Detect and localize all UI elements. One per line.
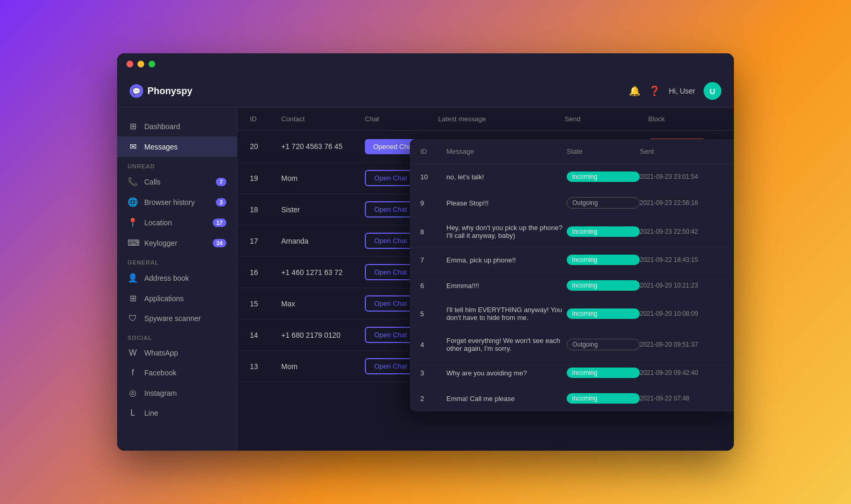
location-badge: 17 xyxy=(213,219,226,227)
open-chat-button[interactable]: Open Chat xyxy=(365,264,417,280)
header: 💬 Phonyspy 🔔 ❓ Hi, User U xyxy=(117,75,734,108)
chat-message-row: 7 Emma, pick up phone!! Incoming 2021-09… xyxy=(410,247,734,273)
table-header: ID Contact Chat Latest message Send Bloc… xyxy=(237,108,734,131)
sidebar-item-label: Location xyxy=(144,219,172,227)
col-latest-message: Latest message xyxy=(438,115,565,123)
chat-col-state: State xyxy=(567,147,640,155)
sidebar-item-label: Facebook xyxy=(144,369,176,377)
user-greeting: Hi, User xyxy=(669,87,695,95)
avatar[interactable]: U xyxy=(704,82,721,100)
open-chat-button[interactable]: Open Chat xyxy=(365,233,417,249)
general-section-label: GENERAL xyxy=(117,253,237,268)
msg-id: 8 xyxy=(420,228,446,236)
msg-id: 4 xyxy=(420,341,446,349)
row-id: 14 xyxy=(250,331,281,339)
row-contact: +1 460 1271 63 72 xyxy=(281,268,365,277)
browser-badge: 3 xyxy=(216,198,226,207)
sidebar-item-facebook[interactable]: f Facebook xyxy=(117,363,237,383)
state-badge-incoming: Incoming xyxy=(567,255,640,265)
sidebar-item-label: Dashboard xyxy=(144,122,180,131)
calls-badge: 7 xyxy=(216,178,226,186)
chat-message-row: 10 no, let's talk! Incoming 2021-09-23 2… xyxy=(410,164,734,190)
state-badge-incoming: Incoming xyxy=(567,226,640,237)
minimize-button[interactable] xyxy=(137,61,144,67)
chat-message-row: 9 Please Stop!!! Outgoing 2021-09-23 22:… xyxy=(410,190,734,216)
address-book-icon: 👤 xyxy=(128,273,138,283)
msg-text: no, let's talk! xyxy=(446,173,567,181)
chat-col-message: Message xyxy=(446,147,567,155)
help-icon[interactable]: ❓ xyxy=(649,85,660,97)
col-send: Send xyxy=(565,115,648,123)
row-id: 16 xyxy=(250,268,281,277)
bell-icon[interactable]: 🔔 xyxy=(629,85,640,97)
calls-icon: 📞 xyxy=(128,177,138,187)
msg-id: 2 xyxy=(420,395,446,403)
close-button[interactable] xyxy=(126,61,133,67)
row-id: 17 xyxy=(250,237,281,245)
instagram-icon: ◎ xyxy=(128,388,138,398)
col-id: ID xyxy=(250,115,281,123)
sidebar-item-keylogger[interactable]: ⌨ Keylogger 34 xyxy=(117,233,237,253)
sent-time: 2021-09-20 09:42:40 xyxy=(640,369,723,376)
chat-message-row: 6 Emmma!!!! Incoming 2021-09-20 10:21:23 xyxy=(410,273,734,299)
row-id: 15 xyxy=(250,300,281,308)
sidebar-item-address-book[interactable]: 👤 Address book xyxy=(117,268,237,288)
sidebar-item-instagram[interactable]: ◎ Instagram xyxy=(117,383,237,403)
state-badge-incoming: Incoming xyxy=(567,171,640,182)
sent-time: 2021-09-20 10:21:23 xyxy=(640,282,723,289)
sidebar-item-label: Instagram xyxy=(144,389,177,397)
unread-section-label: UNREAD xyxy=(117,157,237,171)
sidebar-item-label: WhatsApp xyxy=(144,349,178,357)
state-badge-incoming: Incoming xyxy=(567,393,640,404)
sent-time: 2021-09-20 09:51:37 xyxy=(640,341,723,348)
maximize-button[interactable] xyxy=(148,61,155,67)
logo-symbol: 💬 xyxy=(132,87,141,95)
sidebar-item-applications[interactable]: ⊞ Applications xyxy=(117,288,237,308)
sidebar-item-dashboard[interactable]: ⊞ Dashboard xyxy=(117,116,237,136)
logo-icon: 💬 xyxy=(130,84,143,98)
open-chat-button[interactable]: Open Chat xyxy=(365,358,417,374)
header-right: 🔔 ❓ Hi, User U xyxy=(629,82,721,100)
browser-icon: 🌐 xyxy=(128,197,138,207)
row-id: 20 xyxy=(250,142,281,151)
state-badge-incoming: Incoming xyxy=(567,280,640,291)
sidebar-item-line[interactable]: L Line xyxy=(117,403,237,423)
sidebar-item-label: Messages xyxy=(144,143,178,151)
app-layout: ⊞ Dashboard ✉ Messages UNREAD 📞 Calls 7 … xyxy=(117,108,734,451)
msg-id: 10 xyxy=(420,173,446,181)
sidebar-item-label: Applications xyxy=(144,294,184,303)
col-chat: Chat xyxy=(365,115,438,123)
open-chat-button[interactable]: Open Chat xyxy=(365,327,417,343)
row-id: 19 xyxy=(250,174,281,182)
open-chat-button[interactable]: Open Chat xyxy=(365,170,417,186)
chat-panel-header: ID Message State Sent xyxy=(410,139,734,164)
open-chat-button[interactable]: Open Chat xyxy=(365,295,417,312)
sidebar-item-calls[interactable]: 📞 Calls 7 xyxy=(117,171,237,192)
sidebar-item-whatsapp[interactable]: W WhatsApp xyxy=(117,343,237,363)
title-bar xyxy=(117,53,734,75)
sent-time: 2021-09-23 22:56:18 xyxy=(640,199,723,207)
sidebar-item-location[interactable]: 📍 Location 17 xyxy=(117,212,237,233)
sidebar-item-browser-history[interactable]: 🌐 Browser history 3 xyxy=(117,192,237,212)
row-contact: +1 720 4563 76 45 xyxy=(281,142,365,151)
open-chat-button[interactable]: Open Chat xyxy=(365,201,417,217)
msg-text: Emma, pick up phone!! xyxy=(446,256,567,264)
msg-text: Emmma!!!! xyxy=(446,282,567,290)
sidebar: ⊞ Dashboard ✉ Messages UNREAD 📞 Calls 7 … xyxy=(117,108,237,451)
sidebar-item-messages[interactable]: ✉ Messages xyxy=(117,136,237,157)
logo: 💬 Phonyspy xyxy=(130,84,192,98)
keylogger-badge: 34 xyxy=(213,239,226,247)
msg-text: Please Stop!!! xyxy=(446,199,567,207)
dashboard-icon: ⊞ xyxy=(128,121,138,131)
sent-time: 2021-09-23 23:01:54 xyxy=(640,173,723,180)
sent-time: 2021-09-22 18:43:15 xyxy=(640,256,723,264)
state-badge-incoming: Incoming xyxy=(567,308,640,319)
sidebar-item-spyware-scanner[interactable]: 🛡 Spyware scanner xyxy=(117,308,237,328)
spyware-icon: 🛡 xyxy=(128,314,138,323)
sidebar-item-label: Browser history xyxy=(144,198,194,207)
line-icon: L xyxy=(128,408,138,418)
row-contact: +1 680 2179 0120 xyxy=(281,331,365,339)
social-section-label: SOCIAL xyxy=(117,328,237,343)
msg-text: I'll tell him EVERYTHING anyway! You don… xyxy=(446,306,567,322)
chat-col-sent: Sent xyxy=(640,147,723,155)
